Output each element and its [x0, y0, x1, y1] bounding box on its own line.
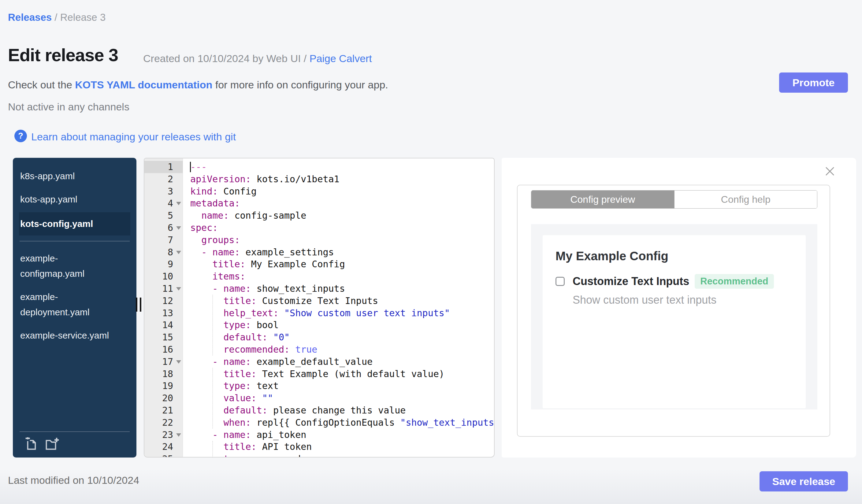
code-text: type: text [183, 380, 279, 392]
file-label: k8s-app.yaml [20, 169, 75, 184]
line-number[interactable]: 19 [144, 380, 183, 392]
line-number[interactable]: 10 [144, 270, 183, 282]
code-line-15[interactable]: 15 default: "0" [144, 331, 494, 343]
code-text: - name: example_settings [183, 246, 334, 258]
indent-guide [212, 368, 213, 428]
code-line-13[interactable]: 13 help_text: "Show custom user text inp… [144, 307, 494, 319]
sidebar-file-k8s-app.yaml[interactable]: k8s-app.yaml [13, 164, 136, 188]
close-icon[interactable] [824, 165, 836, 177]
indent-guide [212, 295, 213, 355]
code-text: --- [183, 161, 207, 173]
code-line-17[interactable]: 17 - name: example_default_value [144, 356, 494, 368]
line-number[interactable]: 23 [144, 429, 183, 441]
code-line-23[interactable]: 23 - name: api_token [144, 429, 494, 441]
code-line-4[interactable]: 4metadata: [144, 197, 494, 210]
line-number[interactable]: 5 [144, 210, 183, 222]
author-link[interactable]: Paige Calvert [310, 53, 372, 64]
code-text: type: bool [183, 319, 279, 331]
line-number[interactable]: 13 [144, 307, 183, 319]
line-number[interactable]: 25 [144, 453, 183, 457]
line-number[interactable]: 12 [144, 295, 183, 307]
code-line-11[interactable]: 11 - name: show_text_inputs [144, 282, 494, 295]
line-number[interactable]: 17 [144, 356, 183, 368]
code-line-22[interactable]: 22 when: repl{{ ConfigOptionEquals "show… [144, 416, 494, 429]
code-line-3[interactable]: 3kind: Config [144, 185, 494, 198]
question-mark-icon[interactable]: ? [14, 130, 27, 142]
line-number[interactable]: 1 [144, 161, 183, 173]
line-number[interactable]: 6 [144, 222, 183, 234]
doc-line: Check out the KOTS YAML documentation fo… [8, 79, 388, 91]
sidebar-file-example-service.yaml[interactable]: example-service.yaml [13, 324, 136, 347]
code-line-5[interactable]: 5 name: config-sample [144, 210, 494, 222]
preview-viewport: My Example Config Customize Text Inputs … [531, 224, 817, 410]
fold-arrow-icon[interactable] [176, 360, 181, 363]
new-folder-icon[interactable] [45, 437, 59, 451]
file-label: example-service.yaml [20, 328, 109, 343]
new-file-icon[interactable] [25, 437, 39, 451]
line-number[interactable]: 15 [144, 331, 183, 343]
breadcrumb-releases-link[interactable]: Releases [8, 12, 52, 23]
code-text: value: "" [183, 392, 273, 404]
line-number[interactable]: 11 [144, 282, 183, 295]
file-label: example-deployment.yaml [20, 289, 119, 320]
doc-prefix: Check out the [8, 79, 75, 91]
code-text: groups: [183, 234, 240, 246]
fold-arrow-icon[interactable] [176, 202, 181, 205]
line-number[interactable]: 21 [144, 404, 183, 416]
code-line-19[interactable]: 19 type: text [144, 380, 494, 392]
fold-arrow-icon[interactable] [176, 226, 181, 230]
sidebar-file-kots-app.yaml[interactable]: kots-app.yaml [13, 188, 136, 211]
code-line-24[interactable]: 24 title: API token [144, 441, 494, 453]
customize-text-inputs-checkbox[interactable] [556, 277, 565, 286]
code-text: title: Text Example (with default value) [183, 368, 444, 380]
tab-config-preview[interactable]: Config preview [531, 190, 674, 208]
text-cursor [190, 162, 191, 172]
line-number[interactable]: 9 [144, 258, 183, 270]
code-line-18[interactable]: 18 title: Text Example (with default val… [144, 368, 494, 380]
tab-config-help[interactable]: Config help [674, 190, 817, 208]
line-number[interactable]: 2 [144, 173, 183, 185]
code-text: help_text: "Show custom user text inputs… [183, 307, 450, 319]
promote-button[interactable]: Promote [779, 72, 848, 93]
fold-arrow-icon[interactable] [176, 287, 181, 291]
kots-yaml-doc-link[interactable]: KOTS YAML documentation [75, 79, 212, 91]
line-number[interactable]: 20 [144, 392, 183, 404]
code-line-2[interactable]: 2apiVersion: kots.io/v1beta1 [144, 173, 494, 185]
line-number[interactable]: 8 [144, 246, 183, 258]
code-line-8[interactable]: 8 - name: example_settings [144, 246, 494, 258]
save-release-button[interactable]: Save release [759, 471, 848, 491]
file-label: example-configmap.yaml [20, 251, 119, 281]
code-text: title: My Example Config [183, 258, 345, 270]
code-line-14[interactable]: 14 type: bool [144, 319, 494, 331]
line-number[interactable]: 3 [144, 185, 183, 198]
code-line-12[interactable]: 12 title: Customize Text Inputs [144, 295, 494, 307]
code-line-7[interactable]: 7 groups: [144, 234, 494, 246]
code-line-21[interactable]: 21 default: please change this value [144, 404, 494, 416]
line-number[interactable]: 24 [144, 441, 183, 453]
line-number[interactable]: 18 [144, 368, 183, 380]
code-line-6[interactable]: 6spec: [144, 222, 494, 234]
code-line-20[interactable]: 20 value: "" [144, 392, 494, 404]
git-releases-link[interactable]: Learn about managing your releases with … [31, 131, 236, 143]
line-number[interactable]: 16 [144, 343, 183, 356]
line-number[interactable]: 22 [144, 416, 183, 429]
sidebar-file-example-configmap.yaml[interactable]: example-configmap.yaml [13, 247, 136, 285]
code-line-10[interactable]: 10 items: [144, 270, 494, 282]
file-list: k8s-app.yamlkots-app.yamlkots-config.yam… [13, 164, 136, 347]
line-number[interactable]: 7 [144, 234, 183, 246]
line-number[interactable]: 4 [144, 197, 183, 210]
code-text: default: "0" [183, 331, 290, 343]
code-line-1[interactable]: 1--- [144, 161, 494, 173]
fold-arrow-icon[interactable] [176, 251, 181, 254]
fold-arrow-icon[interactable] [176, 433, 181, 437]
sidebar-file-kots-config.yaml[interactable]: kots-config.yaml [19, 212, 130, 236]
code-line-9[interactable]: 9 title: My Example Config [144, 258, 494, 270]
sidebar-file-example-deployment.yaml[interactable]: example-deployment.yaml [13, 285, 136, 324]
code-line-16[interactable]: 16 recommended: true [144, 343, 494, 356]
file-tree-sidebar: k8s-app.yamlkots-app.yamlkots-config.yam… [13, 158, 136, 457]
yaml-code-editor[interactable]: 1---2apiVersion: kots.io/v1beta13kind: C… [144, 158, 495, 457]
code-line-25[interactable]: 25 type: password [144, 453, 494, 457]
line-number[interactable]: 14 [144, 319, 183, 331]
page-title: Edit release 3 [8, 45, 118, 65]
doc-suffix: for more info on configuring your app. [212, 79, 388, 91]
